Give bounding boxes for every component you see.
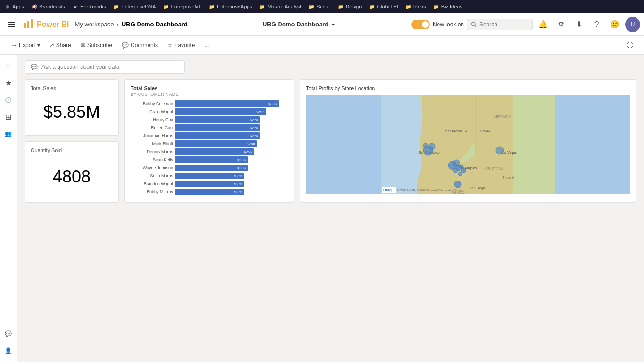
bookmark-item[interactable]: 📢Broadcasts	[31, 3, 65, 10]
search-input[interactable]	[479, 21, 527, 28]
total-sales-title: Total Sales	[31, 85, 56, 91]
bookmark-item[interactable]: 📁Global BI	[369, 3, 398, 10]
bookmark-item[interactable]: 📁Biz Ideas	[433, 3, 462, 10]
bar-label: Wayne Johnson	[131, 165, 173, 170]
svg-rect-5	[31, 19, 33, 28]
powerbi-brand-text: Power BI	[37, 20, 69, 29]
breadcrumb-separator: ›	[117, 21, 119, 28]
new-look-toggle-container: New look on	[411, 20, 464, 29]
bar-fill: $23K	[175, 156, 248, 163]
sidebar-apps-icon[interactable]: ⊞	[1, 109, 16, 124]
subscribe-icon: ✉	[81, 42, 85, 49]
quantity-sold-value: 4808	[53, 167, 91, 187]
bar-label: Henry Cox	[131, 117, 173, 122]
bookmark-icon: 📁	[308, 3, 314, 10]
dashboard-name: UBG Demo Dashboard	[122, 21, 188, 28]
workspace-link[interactable]: My workspace	[74, 21, 114, 28]
bookmark-item[interactable]: 📁EnterpriseML	[163, 3, 202, 10]
sidebar-favorites-icon[interactable]: ★	[1, 75, 16, 90]
more-button[interactable]: ...	[200, 40, 213, 50]
sub-toolbar: ↔ Export ▾ ↗ Share ✉ Subscribe 💬 Comment…	[0, 36, 644, 55]
bookmark-item[interactable]: 📁Design	[337, 3, 362, 10]
bar-value: $29K	[256, 110, 265, 114]
bookmark-icon: 📁	[405, 3, 412, 10]
sidebar-shared-icon[interactable]: 👥	[1, 126, 16, 141]
svg-point-27	[453, 168, 458, 173]
share-icon: ↗	[50, 42, 54, 49]
header: Power BI My workspace › UBG Demo Dashboa…	[0, 13, 644, 36]
bookmark-item[interactable]: ⊞Apps	[4, 3, 24, 10]
search-box[interactable]	[467, 19, 533, 30]
comments-icon: 💬	[122, 42, 129, 49]
sidebar-recent-icon[interactable]: 🕐	[1, 92, 16, 107]
avatar[interactable]: U	[625, 17, 640, 32]
bar-label: Bobby Coleman	[131, 101, 173, 106]
qa-bar[interactable]: 💬	[25, 60, 185, 74]
sidebar-user-icon[interactable]: 👤	[1, 343, 16, 358]
bookmark-item[interactable]: 📁EnterpriseApps	[208, 3, 252, 10]
bar-row: Mark Elliott $26K	[131, 140, 288, 147]
bookmark-icon: 📁	[208, 3, 215, 10]
download-icon[interactable]: ⬇	[571, 17, 586, 32]
sidebar-home-icon[interactable]: ⌂	[1, 58, 16, 74]
bar-fill: $26K	[175, 140, 257, 147]
new-look-toggle[interactable]	[411, 20, 430, 29]
left-tiles: Total Sales $5.85M Quantity Sold 4808	[25, 79, 119, 203]
bookmark-item[interactable]: 📁EnterpriseDNA	[113, 3, 156, 10]
favorite-icon: ☆	[167, 42, 173, 49]
favorite-button[interactable]: ☆ Favorite	[164, 40, 198, 50]
bar-row: Dennis Morris $25K	[131, 148, 288, 155]
bar-label: Sean Kelly	[131, 157, 173, 162]
bar-chart-tile: Total Sales BY CUSTOMER NAME Bobby Colem…	[124, 79, 294, 203]
share-button[interactable]: ↗ Share	[46, 40, 75, 50]
bookmark-label: EnterpriseDNA	[121, 4, 156, 9]
emoji-icon[interactable]: 🙂	[607, 17, 622, 32]
bookmark-item[interactable]: 📁Ideas	[405, 3, 426, 10]
total-sales-tile: Total Sales $5.85M	[25, 79, 119, 136]
quantity-sold-tile: Quantity Sold 4808	[25, 141, 119, 203]
fullscreen-button[interactable]: ⛶	[623, 40, 636, 50]
qa-icon: 💬	[31, 64, 38, 70]
settings-icon[interactable]: ⚙	[553, 17, 569, 32]
subscribe-button[interactable]: ✉ Subscribe	[77, 40, 116, 50]
comments-button[interactable]: 💬 Comments	[118, 40, 162, 50]
dashboard-title-button[interactable]: UBG Demo Dashboard	[263, 21, 336, 28]
bar-row: Jonathan Harris $27K	[131, 132, 288, 139]
bookmark-item[interactable]: ★Bookmarks	[72, 3, 106, 10]
bar-value: $23K	[237, 158, 246, 162]
export-chevron: ▾	[37, 42, 40, 49]
bar-fill: $29K	[175, 108, 266, 115]
svg-point-31	[454, 181, 461, 188]
svg-text:UTAH: UTAH	[480, 129, 490, 133]
svg-point-30	[458, 172, 462, 176]
bar-label: Mark Elliott	[131, 141, 173, 146]
bar-label: Sean Morris	[131, 173, 173, 178]
svg-rect-1	[8, 24, 15, 25]
bookmark-label: Master Analyst	[267, 4, 301, 9]
bookmark-label: Ideas	[413, 4, 426, 9]
svg-rect-2	[8, 26, 15, 27]
bar-row: Craig Wright $29K	[131, 108, 288, 115]
bookmark-label: Broadcasts	[39, 4, 65, 9]
bar-container: $26K	[175, 140, 279, 147]
svg-text:NEVADA: NEVADA	[494, 115, 511, 119]
bookmark-item[interactable]: 📁Social	[308, 3, 330, 10]
bar-value: $33K	[268, 102, 277, 106]
bar-label: Jonathan Harris	[131, 133, 173, 138]
sidebar-workspaces-icon[interactable]: 💬	[1, 326, 16, 341]
map-container: NEVADA ARIZONA CALIFORNIA UTAH MEXICO Sa…	[306, 95, 630, 194]
hamburger-icon[interactable]	[4, 17, 19, 32]
total-sales-value: $5.85M	[43, 102, 100, 122]
bookmark-icon: 📁	[163, 3, 169, 10]
bar-fill: $27K	[175, 116, 260, 123]
qa-input[interactable]	[41, 64, 173, 70]
bar-row: Sean Morris $22K	[131, 173, 288, 179]
svg-point-29	[461, 168, 466, 173]
export-button[interactable]: ↔ Export ▾	[8, 40, 44, 50]
bookmark-item[interactable]: 📁Master Analyst	[259, 3, 301, 10]
bar-fill: $27K	[175, 132, 260, 139]
notifications-icon[interactable]: 🔔	[536, 17, 551, 32]
export-label: Export	[19, 42, 35, 49]
help-icon[interactable]: ?	[589, 17, 604, 32]
more-label: ...	[204, 42, 209, 49]
